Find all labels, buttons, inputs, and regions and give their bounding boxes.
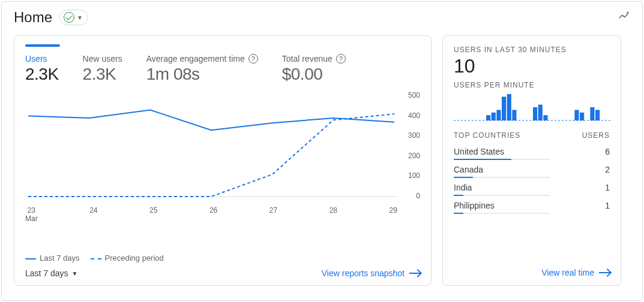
y-tick: 500 <box>408 91 420 99</box>
metric-value: 2.3K <box>25 65 59 84</box>
country-row: United States6 <box>454 143 610 161</box>
legend-previous: Preceding period <box>105 253 164 262</box>
x-tick: 23Mar <box>25 206 38 224</box>
top-countries-users-header: USERS <box>582 131 610 140</box>
metric-label: New users <box>83 54 122 64</box>
realtime-users-label: USERS IN LAST 30 MINUTES <box>454 46 610 54</box>
legend-current: Last 7 days <box>40 253 80 262</box>
arrow-right-icon <box>599 272 610 273</box>
svg-rect-3 <box>492 113 496 120</box>
country-row: India1 <box>454 179 610 197</box>
x-tick: 25 <box>149 206 157 224</box>
country-users: 1 <box>605 183 610 192</box>
y-tick: 100 <box>408 171 420 180</box>
svg-rect-12 <box>580 113 584 120</box>
status-chip[interactable]: ▼ <box>59 10 88 25</box>
svg-rect-10 <box>543 115 547 120</box>
svg-rect-2 <box>486 115 490 120</box>
x-tick: 24 <box>89 206 97 224</box>
link-label: View real time <box>541 268 594 277</box>
help-icon[interactable]: ? <box>336 54 346 64</box>
country-users: 2 <box>605 165 610 174</box>
insights-icon[interactable] <box>618 10 630 25</box>
country-users: 6 <box>605 147 610 156</box>
country-name: United States <box>454 147 504 156</box>
users-line-chart: 0100200300400500 23Mar242526272829 <box>25 95 420 250</box>
svg-rect-4 <box>496 110 501 120</box>
realtime-users-value: 10 <box>454 55 610 77</box>
metric-label: Users <box>25 54 47 64</box>
metric-value: 2.3K <box>83 65 122 84</box>
check-circle-icon <box>64 12 74 23</box>
view-reports-snapshot-link[interactable]: View reports snapshot <box>322 268 420 278</box>
svg-rect-13 <box>590 107 594 120</box>
date-range-label: Last 7 days <box>25 268 68 278</box>
country-row: Philippines1 <box>454 197 610 215</box>
country-name: India <box>454 183 472 192</box>
y-tick: 400 <box>408 111 420 120</box>
link-label: View reports snapshot <box>322 268 405 278</box>
metric-label: Total revenue <box>282 54 333 64</box>
svg-rect-14 <box>595 110 600 120</box>
country-name: Philippines <box>454 201 495 210</box>
country-bar <box>454 195 550 196</box>
overview-card: Users2.3KNew users2.3KAverage engagement… <box>14 35 432 286</box>
svg-rect-8 <box>533 107 537 120</box>
help-icon[interactable]: ? <box>248 54 258 64</box>
active-tab-indicator <box>25 44 60 47</box>
x-tick: 27 <box>269 206 277 224</box>
caret-down-icon: ▼ <box>77 14 83 21</box>
country-bar <box>454 213 550 214</box>
x-tick: 29 <box>390 206 397 224</box>
country-name: Canada <box>454 165 483 174</box>
y-tick: 0 <box>416 192 420 200</box>
country-users: 1 <box>605 201 610 210</box>
caret-down-icon: ▼ <box>72 270 78 277</box>
svg-rect-11 <box>574 110 579 120</box>
country-bar <box>454 177 550 178</box>
date-range-selector[interactable]: Last 7 days ▼ <box>25 268 78 278</box>
top-countries-header: TOP COUNTRIES <box>454 131 520 140</box>
svg-rect-9 <box>538 105 543 120</box>
view-real-time-link[interactable]: View real time <box>541 268 610 277</box>
arrow-right-icon <box>409 273 420 274</box>
metric-value: $0.00 <box>282 65 346 84</box>
y-tick: 300 <box>408 131 420 140</box>
metric-value: 1m 08s <box>146 65 258 84</box>
metric-total-revenue[interactable]: Total revenue?$0.00 <box>282 54 346 84</box>
y-tick: 200 <box>408 152 420 160</box>
metric-average-engagement-time[interactable]: Average engagement time?1m 08s <box>146 54 258 84</box>
metric-users[interactable]: Users2.3K <box>25 54 59 84</box>
svg-rect-5 <box>502 96 506 120</box>
page-title: Home <box>14 9 52 26</box>
metric-label: Average engagement time <box>146 54 245 64</box>
x-tick: 26 <box>209 206 217 224</box>
svg-rect-7 <box>512 110 516 120</box>
country-bar <box>454 159 550 160</box>
chart-legend: Last 7 days Preceding period <box>25 253 420 262</box>
metric-new-users[interactable]: New users2.3K <box>83 54 122 84</box>
users-per-minute-chart <box>454 92 610 122</box>
svg-rect-6 <box>507 94 511 120</box>
x-tick: 28 <box>330 206 337 224</box>
country-row: Canada2 <box>454 161 610 179</box>
users-per-minute-label: USERS PER MINUTE <box>454 81 610 89</box>
realtime-card: USERS IN LAST 30 MINUTES 10 USERS PER MI… <box>442 35 621 286</box>
